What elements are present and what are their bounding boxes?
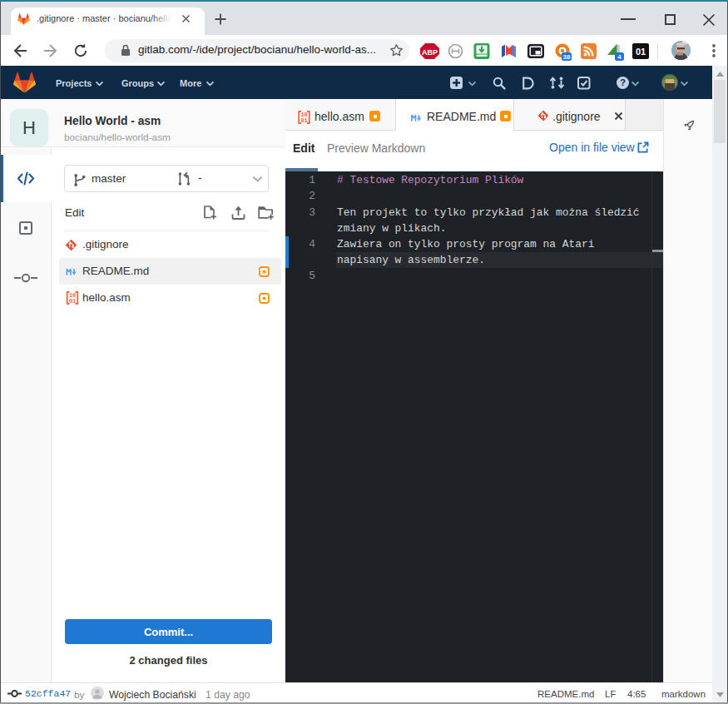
svg-text:ABP: ABP [422, 48, 438, 57]
svg-text:01: 01 [636, 47, 646, 57]
svg-text:01: 01 [69, 298, 76, 305]
svg-text:4: 4 [617, 53, 622, 61]
svg-text:?: ? [620, 77, 626, 87]
svg-text:01: 01 [300, 117, 307, 124]
svg-text:38: 38 [563, 53, 571, 61]
